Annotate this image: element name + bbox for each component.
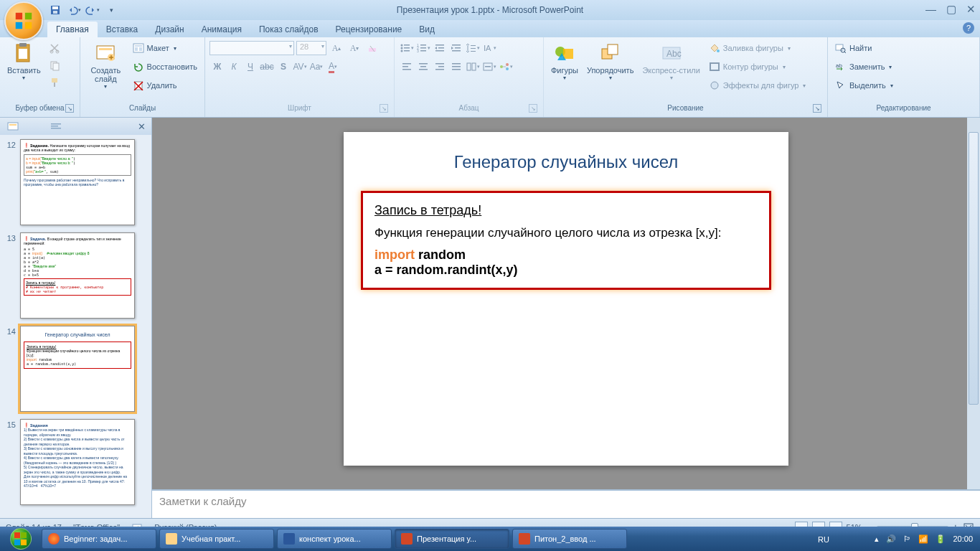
svg-rect-0 bbox=[16, 13, 22, 19]
tray-arrow[interactable]: ▴ bbox=[875, 534, 879, 544]
maximize-button[interactable]: ▢ bbox=[946, 3, 956, 16]
close-panel[interactable]: ✕ bbox=[138, 121, 146, 132]
tab-insert[interactable]: Вставка bbox=[98, 22, 147, 37]
outline-tab[interactable] bbox=[49, 121, 63, 132]
underline-button[interactable]: Ч bbox=[242, 59, 258, 75]
tray-action-icon[interactable]: 🏳 bbox=[903, 534, 911, 543]
inc-indent[interactable] bbox=[448, 40, 464, 56]
slide-panel: ✕ 12 ❗ Задание. Напишите программу котор… bbox=[0, 118, 152, 518]
shrink-font[interactable]: A▾ bbox=[347, 40, 362, 56]
shape-outline[interactable]: Контур фигуры▾ bbox=[706, 59, 809, 75]
shadow-button[interactable]: S bbox=[275, 59, 291, 75]
bullets[interactable]: ▾ bbox=[399, 40, 415, 56]
tray-battery-icon[interactable]: 🔋 bbox=[936, 534, 946, 544]
office-button[interactable] bbox=[4, 1, 43, 40]
tab-design[interactable]: Дизайн bbox=[146, 22, 192, 37]
drawing-dialog[interactable]: ↘ bbox=[813, 104, 821, 113]
thumbnails-tab[interactable] bbox=[6, 121, 20, 132]
minimize-button[interactable]: — bbox=[925, 3, 936, 16]
tray-clock[interactable]: 20:00 bbox=[953, 534, 973, 543]
start-button[interactable] bbox=[1, 527, 40, 551]
tab-review[interactable]: Рецензирование bbox=[327, 22, 411, 37]
task-ppt-active[interactable]: Презентация у... bbox=[395, 529, 509, 549]
slide-editor[interactable]: Генератор случайных чисел Запись в тетра… bbox=[152, 118, 980, 518]
slide-title[interactable]: Генератор случайных чисел bbox=[344, 152, 788, 172]
font-family-combo[interactable] bbox=[209, 41, 294, 55]
vertical-scrollbar[interactable] bbox=[967, 118, 980, 489]
bold-button[interactable]: Ж bbox=[209, 59, 225, 75]
char-spacing[interactable]: AV▾ bbox=[292, 59, 308, 75]
layout-button[interactable]: Макет▾ bbox=[130, 40, 200, 56]
line-spacing[interactable]: ▾ bbox=[465, 40, 481, 56]
smartart[interactable]: ▾ bbox=[498, 59, 514, 75]
font-color[interactable]: A▾ bbox=[325, 59, 341, 75]
tab-view[interactable]: Вид bbox=[410, 22, 443, 37]
close-button[interactable]: ✕ bbox=[966, 3, 976, 16]
new-slide-button[interactable]: Создать слайд▾ bbox=[85, 40, 127, 91]
italic-button[interactable]: К bbox=[226, 59, 242, 75]
task-folder[interactable]: Учебная практ... bbox=[159, 529, 274, 549]
tab-slideshow[interactable]: Показ слайдов bbox=[250, 22, 327, 37]
svg-rect-54 bbox=[438, 66, 444, 67]
task-firefox[interactable]: Beginner: задач... bbox=[42, 529, 156, 549]
shapes-button[interactable]: Фигуры▾ bbox=[548, 40, 581, 83]
current-slide[interactable]: Генератор случайных чисел Запись в тетра… bbox=[344, 132, 788, 466]
cut-button[interactable] bbox=[47, 40, 62, 56]
reset-button[interactable]: Восстановить bbox=[130, 59, 200, 75]
tab-home[interactable]: Главная bbox=[47, 22, 98, 37]
dec-indent[interactable] bbox=[432, 40, 448, 56]
svg-rect-82 bbox=[51, 126, 58, 127]
qat-undo[interactable]: ▾ bbox=[66, 2, 82, 18]
qat-save[interactable] bbox=[47, 2, 63, 18]
clear-format[interactable] bbox=[364, 40, 380, 56]
strike-button[interactable]: abc bbox=[259, 59, 275, 75]
font-dialog[interactable]: ↘ bbox=[380, 104, 388, 113]
align-text[interactable]: ▾ bbox=[481, 59, 497, 75]
change-case[interactable]: Aa▾ bbox=[308, 59, 324, 75]
svg-rect-56 bbox=[452, 63, 461, 65]
select-button[interactable]: Выделить▾ bbox=[832, 77, 896, 93]
clipboard-dialog[interactable]: ↘ bbox=[65, 104, 74, 113]
thumbnails-list[interactable]: 12 ❗ Задание. Напишите программу которая… bbox=[0, 135, 151, 518]
thumb-14[interactable]: Генератор случайных чиселЗапись в тетрад… bbox=[20, 326, 135, 412]
replace-button[interactable]: abЗаменить▾ bbox=[832, 59, 896, 75]
text-direction[interactable]: ⅠA▾ bbox=[481, 40, 497, 56]
numbering[interactable]: 123▾ bbox=[415, 40, 431, 56]
svg-rect-15 bbox=[54, 83, 55, 87]
help-button[interactable]: ? bbox=[963, 22, 974, 34]
font-size-combo[interactable]: 28 bbox=[296, 41, 326, 55]
taskbar: Beginner: задач... Учебная практ... конс… bbox=[0, 527, 980, 551]
find-button[interactable]: Найти bbox=[832, 40, 896, 56]
content-box[interactable]: Запись в тетрадь! Функция генерации случ… bbox=[361, 191, 771, 290]
shape-effects[interactable]: Эффекты для фигур▾ bbox=[706, 77, 809, 93]
svg-rect-69 bbox=[608, 44, 618, 55]
thumb-12[interactable]: ❗ Задание. Напишите программу которая по… bbox=[20, 139, 135, 225]
align-center[interactable] bbox=[415, 59, 431, 75]
task-ppt2[interactable]: Питон_2_ввод ... bbox=[512, 529, 627, 549]
qat-customize[interactable]: ▾ bbox=[103, 2, 119, 18]
thumb-13[interactable]: ❗ Задача. В каждой строке определить тип… bbox=[20, 232, 135, 319]
task-word[interactable]: конспект урока... bbox=[277, 529, 392, 549]
tray-volume-icon[interactable]: 🔊 bbox=[886, 534, 896, 544]
shape-fill[interactable]: Заливка фигуры▾ bbox=[706, 40, 809, 56]
format-painter-button[interactable] bbox=[47, 75, 62, 90]
quick-styles-button[interactable]: Abc Экспресс-стили▾ bbox=[639, 40, 702, 83]
copy-button[interactable] bbox=[47, 57, 62, 73]
tray-network-icon[interactable]: 📶 bbox=[918, 534, 928, 544]
scroll-thumb[interactable] bbox=[969, 132, 979, 405]
notes-pane[interactable]: Заметки к слайду bbox=[152, 489, 980, 518]
justify[interactable] bbox=[448, 59, 464, 75]
delete-slide-button[interactable]: Удалить bbox=[130, 77, 200, 93]
arrange-button[interactable]: Упорядочить▾ bbox=[584, 40, 636, 83]
paragraph-dialog[interactable]: ↘ bbox=[529, 104, 537, 113]
thumb-15[interactable]: ❗ Задания1) Вывести на экран три введённ… bbox=[20, 419, 135, 505]
lang-indicator[interactable]: RU bbox=[818, 535, 829, 544]
qat-redo[interactable]: ▾ bbox=[85, 2, 100, 18]
grow-font[interactable]: A▴ bbox=[329, 40, 344, 56]
svg-rect-5 bbox=[52, 6, 58, 9]
columns[interactable]: ▾ bbox=[465, 59, 481, 75]
tab-animation[interactable]: Анимация bbox=[193, 22, 250, 37]
align-left[interactable] bbox=[399, 59, 415, 75]
align-right[interactable] bbox=[432, 59, 448, 75]
paste-button[interactable]: Вставить▾ bbox=[4, 40, 44, 83]
